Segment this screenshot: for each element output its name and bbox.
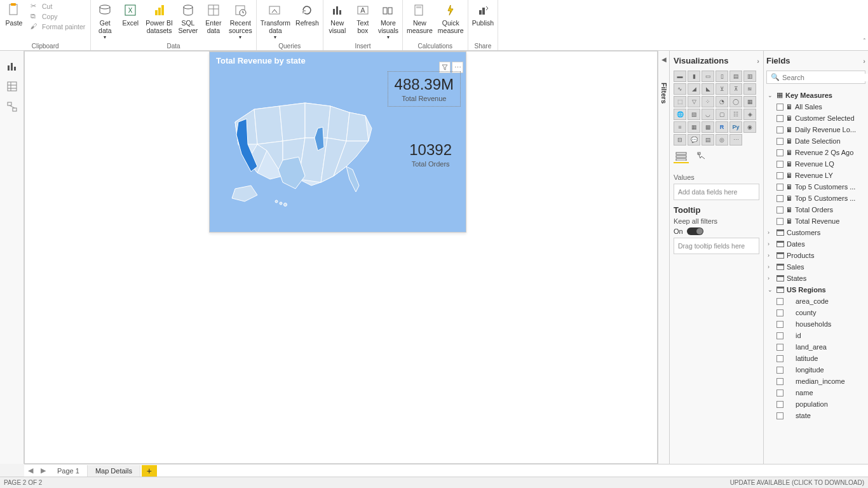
area-chart-icon[interactable]: ◢ — [688, 83, 700, 95]
slicer-icon[interactable]: ≡ — [674, 121, 686, 133]
table-states[interactable]: ›States — [766, 273, 865, 284]
scatter-icon[interactable]: ⁘ — [702, 96, 714, 107]
field-checkbox[interactable] — [776, 344, 783, 351]
table-us-regions[interactable]: ⌄US Regions — [766, 284, 865, 295]
line-stacked-icon[interactable]: ⊻ — [715, 83, 728, 95]
field-item[interactable]: 🖩Total Revenue — [775, 215, 865, 227]
more-visuals-button[interactable]: More visuals▾ — [376, 1, 401, 41]
fields-tool-button[interactable] — [674, 151, 689, 163]
field-checkbox[interactable] — [776, 172, 783, 179]
qa-visual-icon[interactable]: 💬 — [688, 134, 700, 146]
field-checkbox[interactable] — [776, 218, 783, 225]
field-checkbox[interactable] — [776, 390, 783, 396]
field-item[interactable]: 🖩Customer Selected — [775, 112, 865, 124]
data-view-button[interactable] — [0, 76, 24, 97]
sql-server-button[interactable]: SQL Server — [175, 1, 201, 36]
new-measure-button[interactable]: New measure — [404, 1, 435, 36]
field-checkbox[interactable] — [776, 138, 783, 145]
field-item[interactable]: 🖩Revenue LY — [775, 170, 865, 181]
field-item[interactable]: 🖩Daily Revenue Lo... — [775, 124, 865, 135]
field-item[interactable]: latitude — [775, 353, 865, 364]
table-icon[interactable]: ▦ — [688, 121, 700, 133]
field-item[interactable]: county — [775, 307, 865, 318]
field-checkbox[interactable] — [776, 126, 783, 133]
field-item[interactable]: 🖩Revenue 2 Qs Ago — [775, 147, 865, 158]
values-drop-zone[interactable]: Add data fields here — [674, 184, 759, 200]
donut-icon[interactable]: ◯ — [729, 96, 742, 107]
state-alaska[interactable] — [232, 186, 257, 201]
collapse-viz-icon[interactable]: › — [757, 57, 759, 65]
field-item[interactable]: median_income — [775, 376, 865, 387]
table-products[interactable]: ›Products — [766, 250, 865, 261]
fields-search[interactable]: 🔍 — [766, 71, 865, 84]
field-item[interactable]: households — [775, 318, 865, 330]
multi-card-icon[interactable]: ☷ — [729, 109, 742, 120]
collapse-fields-icon[interactable]: › — [863, 57, 865, 65]
field-item[interactable]: 🖩Top 5 Customers ... — [775, 181, 865, 193]
pbi-datasets-button[interactable]: Power BI datasets — [143, 1, 175, 36]
pie-icon[interactable]: ◔ — [715, 96, 728, 107]
excel-button[interactable]: XExcel — [118, 1, 143, 28]
format-painter-button[interactable]: 🖌Format painter — [28, 22, 88, 32]
copy-button[interactable]: ⧉Copy — [28, 11, 88, 22]
table-key-measures[interactable]: ⌄▦Key Measures — [766, 89, 865, 101]
get-data-button[interactable]: Get data▾ — [92, 1, 118, 41]
decomposition-icon[interactable]: ⊟ — [674, 134, 686, 146]
card-icon[interactable]: ▢ — [715, 109, 728, 120]
arcgis-icon[interactable]: ◎ — [715, 134, 728, 146]
stacked-area-icon[interactable]: ◣ — [702, 83, 714, 95]
recent-sources-button[interactable]: Recent sources▾ — [226, 1, 255, 41]
field-checkbox[interactable] — [776, 355, 783, 362]
transform-data-button[interactable]: Transform data▾ — [258, 1, 293, 41]
funnel-icon[interactable]: ▽ — [688, 96, 700, 107]
field-item[interactable]: 🖩Date Selection — [775, 135, 865, 147]
100-stacked-bar-icon[interactable]: ▤ — [729, 71, 742, 82]
search-input[interactable] — [782, 74, 868, 81]
field-checkbox[interactable] — [776, 321, 783, 328]
report-view-button[interactable] — [0, 56, 24, 76]
prev-page-button[interactable]: ◀ — [24, 466, 37, 475]
card-total-orders[interactable]: 10392 Total Orders — [409, 141, 452, 168]
paste-button[interactable]: Paste — [1, 1, 27, 28]
field-item[interactable]: id — [775, 330, 865, 341]
tab-map-details[interactable]: Map Details — [88, 465, 140, 477]
map-icon[interactable]: 🌐 — [674, 109, 686, 120]
keep-filters-toggle[interactable] — [687, 227, 703, 235]
paginated-icon[interactable]: ▤ — [702, 134, 714, 146]
field-checkbox[interactable] — [776, 184, 783, 191]
refresh-button[interactable]: Refresh — [293, 1, 322, 28]
waterfall-icon[interactable]: ⬚ — [674, 96, 686, 107]
field-checkbox[interactable] — [776, 378, 783, 385]
field-checkbox[interactable] — [776, 161, 783, 168]
state-hawaii[interactable] — [275, 200, 287, 207]
stacked-column-icon[interactable]: ▮ — [688, 71, 700, 82]
matrix-icon[interactable]: ▩ — [702, 121, 714, 133]
field-checkbox[interactable] — [776, 332, 783, 339]
field-checkbox[interactable] — [776, 104, 783, 111]
ribbon-collapse-icon[interactable]: ˆ — [864, 38, 865, 45]
line-chart-icon[interactable]: ∿ — [674, 83, 686, 95]
filters-collapsed-tab[interactable]: ◀ Filters — [658, 51, 669, 464]
kpi-icon[interactable]: ◈ — [743, 109, 756, 120]
clustered-column-icon[interactable]: ▯ — [715, 71, 728, 82]
field-item[interactable]: 🖩Top 5 Customers ... — [775, 193, 865, 204]
format-tool-button[interactable] — [694, 151, 709, 163]
expand-filters-icon[interactable]: ◀ — [661, 56, 667, 63]
field-item[interactable]: state — [775, 410, 865, 421]
next-page-button[interactable]: ▶ — [37, 466, 50, 475]
field-checkbox[interactable] — [776, 149, 783, 156]
table-dates[interactable]: ›Dates — [766, 238, 865, 250]
field-item[interactable]: land_area — [775, 341, 865, 353]
tooltip-drop-zone[interactable]: Drag tooltip fields here — [674, 238, 759, 254]
add-page-button[interactable]: + — [142, 465, 157, 477]
model-view-button[interactable] — [0, 97, 24, 117]
new-visual-button[interactable]: New visual — [325, 1, 350, 36]
field-item[interactable]: 🖩Total Orders — [775, 204, 865, 215]
table-sales[interactable]: ›Sales — [766, 261, 865, 273]
cut-button[interactable]: ✂Cut — [28, 1, 88, 11]
gauge-icon[interactable]: ◡ — [702, 109, 714, 120]
field-item[interactable]: 🖩Revenue LQ — [775, 158, 865, 170]
field-checkbox[interactable] — [776, 401, 783, 408]
field-item[interactable]: population — [775, 398, 865, 410]
field-item[interactable]: area_code — [775, 295, 865, 307]
